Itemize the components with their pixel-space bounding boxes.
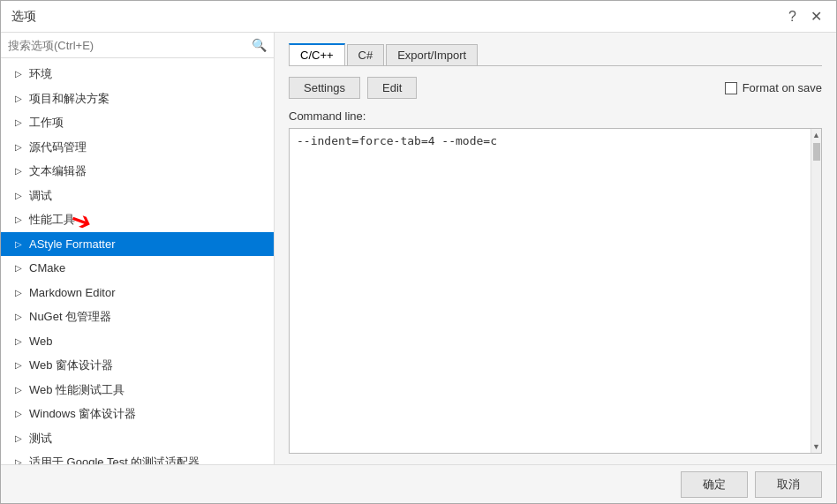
tree-arrow-env: ▷ [15,67,24,80]
tree-item-workitem[interactable]: ▷工作项 [1,110,274,135]
tree-item-windesigner[interactable]: ▷Windows 窗体设计器 [1,402,274,426]
search-input[interactable] [8,39,246,52]
tree-item-cmake[interactable]: ▷CMake [1,256,274,281]
tree-arrow-perftools: ▷ [15,213,24,226]
tree-item-texteditor[interactable]: ▷文本编辑器 [1,159,274,184]
tree-arrow-srcctrl: ▷ [15,140,24,154]
tree-arrow-cmake: ▷ [15,261,24,275]
tabs-row: C/C++C#Export/Import [289,43,822,66]
command-line-label: Command line: [289,109,822,123]
tree-arrow-markdown: ▷ [15,286,24,299]
tree-item-srcctrl[interactable]: ▷源代码管理 [1,135,274,160]
left-panel: 🔍 ➔ ▷环境▷项目和解决方案▷工作项▷源代码管理▷文本编辑器▷调试▷性能工具▷… [1,33,275,464]
tree-item-webdesigner[interactable]: ▷Web 窗体设计器 [1,353,274,378]
tree-arrow-web: ▷ [15,335,24,348]
ok-button[interactable]: 确定 [681,471,748,498]
tree-item-debug[interactable]: ▷调试 [1,184,274,208]
scrollbar-thumb[interactable] [813,143,820,161]
tab-export[interactable]: Export/Import [386,44,478,65]
textarea-scrollbar: ▲ ▼ [811,129,821,453]
format-on-save-checkbox[interactable] [725,82,737,94]
title-buttons: ? ✕ [785,8,826,25]
tree-item-webperf[interactable]: ▷Web 性能测试工具 [1,378,274,402]
tab-csharp[interactable]: C# [347,44,385,65]
tree-item-googletest[interactable]: ▷适用于 Google Test 的测试适配器 [1,450,274,464]
tree-arrow-nuget: ▷ [15,310,24,323]
right-panel: C/C++C#Export/Import Settings Edit Forma… [275,33,836,464]
scrollbar-track [811,141,821,440]
bottom-bar: 确定 取消 [1,464,836,503]
edit-button[interactable]: Edit [367,77,417,99]
tree-item-nuget[interactable]: ▷NuGet 包管理器 [1,305,274,329]
tree-arrow-workitem: ▷ [15,116,24,129]
search-icon: 🔍 [252,38,267,52]
tree-item-markdown[interactable]: ▷Markdown Editor [1,281,274,305]
tree-item-web[interactable]: ▷Web [1,329,274,354]
tree-arrow-astyle: ▷ [15,237,24,251]
tree-arrow-debug: ▷ [15,189,24,202]
dialog-title: 选项 [11,9,36,25]
tree-list: ➔ ▷环境▷项目和解决方案▷工作项▷源代码管理▷文本编辑器▷调试▷性能工具▷AS… [1,58,274,464]
tree-arrow-webdesigner: ▷ [15,358,24,372]
command-textarea-wrap: ▲ ▼ [289,128,822,454]
scroll-down-arrow[interactable]: ▼ [812,440,820,453]
tree-item-test[interactable]: ▷测试 [1,426,274,451]
tree-arrow-texteditor: ▷ [15,164,24,177]
help-button[interactable]: ? [785,9,800,25]
tree-item-perftools[interactable]: ▷性能工具 [1,207,274,232]
close-button[interactable]: ✕ [807,8,826,25]
options-dialog: 选项 ? ✕ 🔍 ➔ ▷环境▷项目和解决方案▷工作项▷源代码管理▷文本编辑器▷调… [0,0,837,504]
cancel-button[interactable]: 取消 [755,471,822,498]
settings-button[interactable]: Settings [289,77,360,99]
scroll-up-arrow[interactable]: ▲ [812,129,820,141]
tree-arrow-windesigner: ▷ [15,407,24,420]
format-on-save-label: Format on save [743,81,822,94]
format-on-save-container: Format on save [725,81,822,94]
title-bar: 选项 ? ✕ [1,1,836,33]
search-bar: 🔍 [1,33,274,58]
tree-arrow-test: ▷ [15,432,24,445]
content-area: 🔍 ➔ ▷环境▷项目和解决方案▷工作项▷源代码管理▷文本编辑器▷调试▷性能工具▷… [1,33,836,464]
tree-item-env[interactable]: ▷环境 [1,62,274,87]
tab-cpp[interactable]: C/C++ [289,43,345,65]
tree-item-project[interactable]: ▷项目和解决方案 [1,87,274,111]
command-line-input[interactable] [290,129,811,453]
tree-arrow-project: ▷ [15,92,24,105]
tree-arrow-googletest: ▷ [15,455,24,464]
tree-item-astyle[interactable]: ▷AStyle Formatter [1,232,274,257]
settings-row: Settings Edit Format on save [289,77,822,99]
tree-arrow-webperf: ▷ [15,383,24,396]
